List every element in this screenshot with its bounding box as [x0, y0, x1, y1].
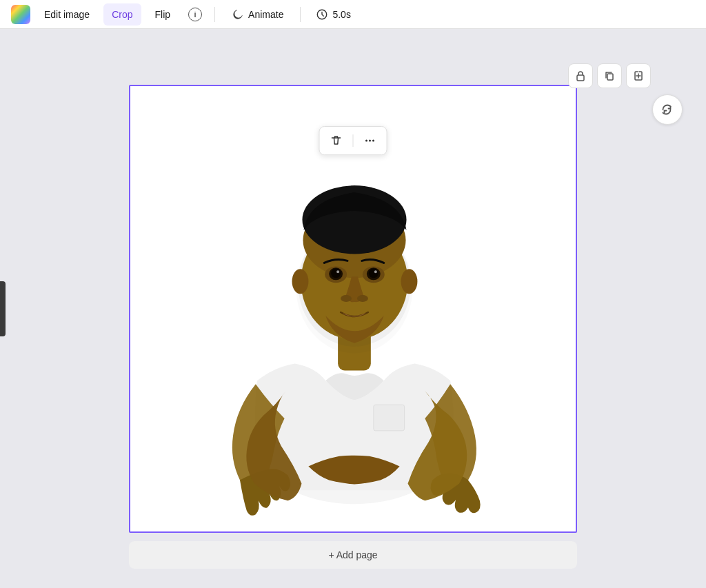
add-page-button[interactable]: + Add page [129, 541, 577, 569]
top-right-actions [568, 63, 651, 88]
svg-point-24 [365, 139, 367, 141]
canvas-area: + Add page [0, 29, 706, 588]
lock-icon [575, 70, 586, 81]
edit-image-button[interactable]: Edit image [36, 3, 98, 26]
svg-point-26 [372, 139, 374, 141]
clock-icon [316, 8, 328, 21]
svg-point-18 [336, 270, 339, 273]
flip-button[interactable]: Flip [147, 3, 179, 26]
trash-icon [330, 134, 343, 147]
left-panel-hint [0, 281, 6, 336]
toolbar-separator [353, 134, 354, 147]
lock-button[interactable] [568, 63, 593, 88]
copy-icon [604, 70, 615, 81]
crop-button[interactable]: Crop [103, 3, 141, 26]
regenerate-button[interactable] [652, 94, 683, 125]
refresh-icon [660, 103, 674, 116]
app-logo[interactable] [11, 5, 30, 24]
add-icon [633, 70, 644, 81]
svg-rect-1 [577, 75, 584, 81]
animate-label: Animate [248, 9, 283, 20]
delete-element-button[interactable] [327, 131, 346, 150]
canvas-frame[interactable] [129, 85, 577, 533]
svg-point-22 [292, 269, 309, 294]
svg-point-25 [369, 139, 371, 141]
svg-point-20 [341, 295, 352, 302]
toolbar-divider-2 [300, 7, 301, 22]
image-toolbar [319, 126, 387, 155]
edit-image-label: Edit image [44, 9, 90, 20]
svg-rect-2 [607, 74, 613, 80]
animate-icon [232, 8, 244, 21]
duration-button[interactable]: 5.0s [309, 3, 357, 26]
more-icon [364, 134, 376, 147]
more-options-button[interactable] [361, 131, 380, 150]
svg-rect-5 [374, 405, 405, 431]
svg-point-16 [331, 268, 341, 278]
svg-point-19 [374, 270, 377, 273]
add-to-page-button[interactable] [626, 63, 651, 88]
info-icon: i [188, 8, 202, 21]
crop-label: Crop [112, 9, 132, 20]
animate-button[interactable]: Animate [223, 3, 292, 26]
copy-button[interactable] [597, 63, 622, 88]
info-button[interactable]: i [184, 3, 206, 26]
toolbar-divider-1 [214, 7, 215, 22]
svg-point-23 [401, 269, 418, 294]
svg-point-21 [357, 295, 368, 302]
flip-label: Flip [155, 9, 171, 20]
svg-point-17 [369, 268, 379, 278]
main-toolbar: Edit image Crop Flip i Animate 5.0s [0, 0, 706, 29]
duration-label: 5.0s [332, 9, 350, 20]
add-page-label: + Add page [328, 549, 377, 560]
